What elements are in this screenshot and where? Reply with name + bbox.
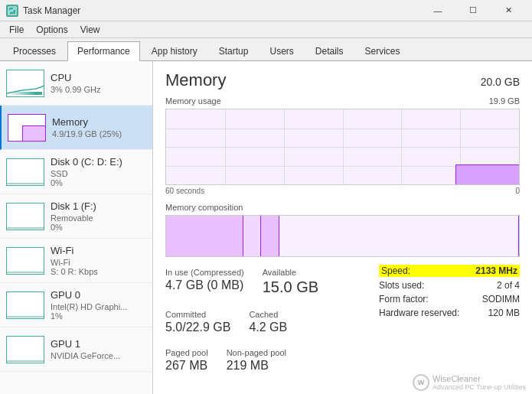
cpu-sub: 3% 0.99 GHz <box>51 85 146 94</box>
usage-chart-label: Memory usage <box>165 96 221 106</box>
maximize-button[interactable]: ☐ <box>455 0 491 21</box>
paged-pool-label: Paged pool <box>165 348 208 357</box>
stats-row3: Paged pool 267 MB Non-paged pool 219 MB <box>165 345 367 376</box>
usage-chart-max: 19.9 GB <box>489 96 520 106</box>
gpu1-sub1: NVIDIA GeForce... <box>51 351 146 360</box>
usage-chart <box>165 109 520 185</box>
wifi-mini-graph <box>6 247 44 275</box>
sidebar-item-wifi[interactable]: Wi-Fi Wi-Fi S: 0 R: Kbps <box>0 239 152 283</box>
comp-in-use <box>166 216 243 256</box>
speed-value: 2133 MHz <box>475 265 517 276</box>
time-label-0: 0 <box>515 187 520 195</box>
stat-non-paged-pool: Non-paged pool 219 MB <box>227 345 286 376</box>
usage-chart-label-row: Memory usage 19.9 GB <box>165 96 520 106</box>
cpu-name: CPU <box>51 72 146 83</box>
title-bar: Task Manager — ☐ ✕ <box>0 0 532 21</box>
disk1-sub2: 0% <box>51 223 146 232</box>
menu-file[interactable]: File <box>3 23 30 37</box>
slots-label: Slots used: <box>379 280 424 291</box>
sidebar-item-gpu0[interactable]: GPU 0 Intel(R) HD Graphi... 1% <box>0 283 152 327</box>
slots-row: Slots used: 2 of 4 <box>379 280 520 291</box>
cached-label: Cached <box>249 310 287 319</box>
sidebar-item-cpu[interactable]: CPU 3% 0.99 GHz <box>0 61 152 106</box>
watermark: W WiseCleaner Advanced PC Tune-up Utilit… <box>413 374 526 391</box>
gpu1-info: GPU 1 NVIDIA GeForce... <box>51 338 146 360</box>
sidebar: CPU 3% 0.99 GHz Memory 4.9/19.9 GB (25%)… <box>0 61 153 394</box>
memory-info: Memory 4.9/19.9 GB (25%) <box>52 116 146 138</box>
stats-left: In use (Compressed) 4.7 GB (0 MB) Availa… <box>165 265 367 376</box>
form-factor-value: SODIMM <box>482 294 520 304</box>
disk1-name: Disk 1 (F:) <box>51 200 146 212</box>
tab-startup[interactable]: Startup <box>209 41 259 60</box>
title-bar-left: Task Manager <box>6 5 80 17</box>
wifi-info: Wi-Fi Wi-Fi S: 0 R: Kbps <box>51 245 146 276</box>
comp-standby1 <box>261 216 279 256</box>
tab-processes[interactable]: Processes <box>3 41 66 60</box>
non-paged-pool-value: 219 MB <box>227 359 286 373</box>
wisecleaner-logo: W <box>413 374 429 391</box>
memory-sub: 4.9/19.9 GB (25%) <box>52 129 146 138</box>
sidebar-item-gpu1[interactable]: GPU 1 NVIDIA GeForce... <box>0 327 152 372</box>
gpu0-sub1: Intel(R) HD Graphi... <box>51 302 146 311</box>
tab-details[interactable]: Details <box>305 41 354 60</box>
disk0-mini-graph <box>6 158 44 186</box>
tab-users[interactable]: Users <box>259 41 303 60</box>
form-factor-row: Form factor: SODIMM <box>379 294 520 304</box>
cached-value: 4.2 GB <box>249 321 287 334</box>
speed-label: Speed: <box>381 265 410 276</box>
time-label-60: 60 seconds <box>165 187 204 195</box>
main-content: CPU 3% 0.99 GHz Memory 4.9/19.9 GB (25%)… <box>0 61 532 394</box>
cpu-info: CPU 3% 0.99 GHz <box>51 72 146 94</box>
close-button[interactable]: ✕ <box>491 0 526 21</box>
non-paged-pool-label: Non-paged pool <box>227 348 286 357</box>
disk1-sub1: Removable <box>51 213 146 223</box>
wifi-sub1: Wi-Fi <box>51 258 146 267</box>
chart-time-labels: 60 seconds 0 <box>165 187 520 195</box>
gpu0-mini-graph <box>6 291 44 319</box>
available-label: Available <box>263 268 318 277</box>
right-panel: Memory 20.0 GB Memory usage 19.9 GB 60 s <box>153 61 532 394</box>
stat-in-use: In use (Compressed) 4.7 GB (0 MB) <box>165 265 244 299</box>
gpu1-mini-graph <box>6 336 44 363</box>
panel-header: Memory 20.0 GB <box>165 70 520 90</box>
gpu0-name: GPU 0 <box>51 289 146 301</box>
panel-title: Memory <box>165 70 226 90</box>
app-icon <box>6 5 18 17</box>
disk1-info: Disk 1 (F:) Removable 0% <box>51 200 146 232</box>
cpu-mini-graph <box>6 70 44 97</box>
gpu0-sub2: 1% <box>51 311 146 321</box>
comp-modified <box>243 216 261 256</box>
menu-bar: File Options View <box>0 21 532 38</box>
memory-mini-graph <box>8 114 46 142</box>
disk1-mini-graph <box>6 203 44 230</box>
sidebar-item-disk0[interactable]: Disk 0 (C: D: E:) SSD 0% <box>0 150 152 194</box>
usage-fill <box>455 164 519 184</box>
composition-chart <box>165 215 520 257</box>
wifi-sub2: S: 0 R: Kbps <box>51 267 146 276</box>
sidebar-item-memory[interactable]: Memory 4.9/19.9 GB (25%) <box>0 106 152 150</box>
comp-free <box>279 216 520 256</box>
committed-label: Committed <box>165 310 230 319</box>
wisecleaner-text: WiseCleaner Advanced PC Tune-up Utilitie… <box>432 374 526 391</box>
slots-value: 2 of 4 <box>497 280 520 291</box>
hw-reserved-row: Hardware reserved: 120 MB <box>379 308 520 318</box>
minimize-button[interactable]: — <box>420 0 455 21</box>
speed-row: Speed: 2133 MHz <box>379 265 520 277</box>
tab-performance[interactable]: Performance <box>67 41 140 61</box>
paged-pool-value: 267 MB <box>165 359 208 373</box>
stats-row2: Committed 5.0/22.9 GB Cached 4.2 GB <box>165 307 367 337</box>
disk0-sub2: 0% <box>51 178 146 187</box>
in-use-label: In use (Compressed) <box>165 268 244 277</box>
memory-name: Memory <box>52 116 146 128</box>
composition-label: Memory composition <box>165 203 243 212</box>
wisecleaner-tagline: Advanced PC Tune-up Utilities <box>432 383 526 391</box>
tab-app-history[interactable]: App history <box>142 41 207 60</box>
gpu0-info: GPU 0 Intel(R) HD Graphi... 1% <box>51 289 146 321</box>
stat-paged-pool: Paged pool 267 MB <box>165 345 208 376</box>
menu-options[interactable]: Options <box>30 23 73 37</box>
tab-services[interactable]: Services <box>355 41 410 60</box>
menu-view[interactable]: View <box>74 23 106 37</box>
sidebar-item-disk1[interactable]: Disk 1 (F:) Removable 0% <box>0 194 152 239</box>
gpu1-name: GPU 1 <box>51 338 146 350</box>
in-use-value: 4.7 GB (0 MB) <box>165 278 244 292</box>
